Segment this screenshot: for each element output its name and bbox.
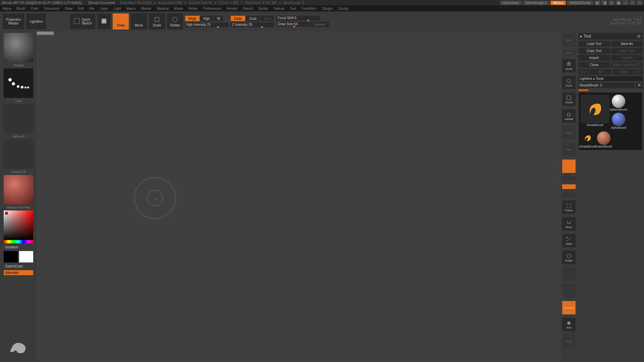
- rotate-button[interactable]: Rotate: [167, 13, 183, 29]
- drawgrid-button[interactable]: [562, 267, 576, 281]
- zadd-button[interactable]: Zadd: [231, 16, 245, 21]
- focal-shift-slider[interactable]: Focal Shift 0: [276, 16, 320, 20]
- maximize-icon[interactable]: □: [630, 0, 636, 5]
- menu-item[interactable]: Tool: [287, 7, 299, 10]
- scale-nav-button[interactable]: Scale: [562, 234, 576, 247]
- menu-item[interactable]: File: [87, 7, 97, 10]
- loadtool-button[interactable]: Load Tool: [578, 41, 610, 47]
- menu-item[interactable]: Color: [28, 7, 42, 10]
- move-nav-button[interactable]: Move: [562, 217, 576, 231]
- menu-item[interactable]: Transform: [299, 7, 319, 10]
- menu-item[interactable]: Marker: [138, 7, 154, 10]
- gradient-button[interactable]: Gradient: [4, 245, 33, 250]
- simplebrush-label[interactable]: SimpleBrush. 2: [578, 82, 635, 88]
- menus-button[interactable]: Menus: [550, 1, 566, 5]
- menu-item[interactable]: Brush: [14, 7, 28, 10]
- persp-button[interactable]: Persp: [562, 126, 576, 139]
- color-picker[interactable]: [4, 210, 33, 240]
- dynamic-button[interactable]: Dynamic: [311, 22, 329, 27]
- menu-item[interactable]: Stroke: [256, 7, 271, 10]
- hue-bar[interactable]: [4, 240, 33, 243]
- defaultzscript-button[interactable]: DefaultZScript: [567, 1, 593, 5]
- pin-icon[interactable]: ⊙: [637, 34, 641, 39]
- texture-thumb[interactable]: [4, 139, 33, 169]
- tool-header[interactable]: ▸ Tool ⊙: [578, 33, 643, 40]
- solo-button[interactable]: Solo: [562, 318, 576, 331]
- seethrough-button[interactable]: See-through 0: [523, 1, 549, 5]
- tool-simplebrush2[interactable]: SimpleBrush: [581, 131, 595, 148]
- switchcolor-button[interactable]: SwitchColor: [4, 264, 33, 269]
- lock-button[interactable]: [562, 176, 576, 181]
- menu-item[interactable]: Macro: [124, 7, 139, 10]
- alternate-button[interactable]: Alternate: [4, 270, 33, 275]
- z-intensity-slider[interactable]: Z Intensity 25: [231, 22, 274, 27]
- menu-item[interactable]: Zscript: [335, 7, 351, 10]
- scroll-button[interactable]: Scroll: [562, 59, 576, 72]
- menu-item[interactable]: Picker: [186, 7, 201, 10]
- menu-item[interactable]: Texture: [271, 7, 287, 10]
- close-icon[interactable]: ✕: [637, 0, 643, 5]
- spix-button[interactable]: SPix: [562, 50, 576, 56]
- draw-size-slider[interactable]: Draw Size 64: [276, 22, 310, 26]
- lightbox-button[interactable]: LightBox: [26, 14, 46, 29]
- alpha-thumb[interactable]: [4, 104, 33, 133]
- r-button[interactable]: R: [636, 69, 643, 75]
- tool-eraserbrush[interactable]: EraserBrush: [597, 131, 611, 148]
- window-icon[interactable]: ▣: [615, 0, 622, 5]
- copytool-button[interactable]: Copy Tool: [578, 48, 610, 54]
- floor-button[interactable]: Floor: [562, 143, 576, 156]
- move-button[interactable]: Move: [131, 13, 147, 29]
- rgb-button[interactable]: Rgb: [200, 16, 213, 21]
- polyf-button[interactable]: PolyF: [562, 335, 576, 348]
- pastetool-button[interactable]: Paste Tool: [611, 48, 643, 54]
- axis-button[interactable]: [562, 184, 576, 189]
- export-button[interactable]: Export: [611, 55, 643, 61]
- tool-simplebrush[interactable]: SimpleBrush: [581, 95, 609, 129]
- material-thumb[interactable]: [4, 175, 33, 204]
- dynamic-nav-button[interactable]: Dynamic: [562, 301, 576, 314]
- projection-master-button[interactable]: Projection Master: [3, 14, 24, 29]
- menu-item[interactable]: Alpha: [0, 7, 14, 10]
- texture-label[interactable]: Texture Off: [11, 170, 26, 174]
- alpha-label[interactable]: Alpha Off: [12, 135, 24, 138]
- menu-item[interactable]: Preferences: [201, 7, 224, 10]
- local-button[interactable]: [562, 160, 576, 173]
- white-swatch[interactable]: [19, 251, 33, 262]
- zsub-button[interactable]: Zsub: [246, 16, 260, 21]
- r-toggle[interactable]: R: [636, 82, 643, 88]
- makepoly-button[interactable]: Make PolyMesh3D: [611, 62, 643, 68]
- menu-item[interactable]: Movie: [171, 7, 186, 10]
- lightbox-tools-label[interactable]: Lightbox ▸ Tools: [578, 76, 643, 81]
- menu-item[interactable]: Stencil: [240, 7, 256, 10]
- menu-item[interactable]: Draw: [62, 7, 75, 10]
- goz-button[interactable]: GoZ: [578, 69, 588, 75]
- quicksketch-button[interactable]: Quick Sketch: [70, 14, 95, 29]
- zcut-button[interactable]: Zcut: [261, 16, 274, 21]
- xpose-button[interactable]: [562, 284, 576, 298]
- menu-item[interactable]: Document: [42, 7, 62, 10]
- tool-alphabrush[interactable]: AlphaBrush: [611, 113, 626, 129]
- menu-item[interactable]: Zplugin: [319, 7, 336, 10]
- bpr-button[interactable]: BPR: [562, 34, 576, 47]
- zoom-button[interactable]: Zoom: [562, 76, 576, 89]
- draw-button[interactable]: Draw: [113, 13, 129, 29]
- brush-thumb[interactable]: [4, 33, 33, 62]
- tool-spherebrush[interactable]: SphereBrush: [611, 95, 626, 111]
- aahalf-button[interactable]: AAHalf: [562, 109, 576, 123]
- clone-button[interactable]: Clone: [578, 62, 610, 68]
- edit-button[interactable]: [97, 14, 111, 29]
- menu-item[interactable]: Render: [224, 7, 240, 10]
- rgb-intensity-slider[interactable]: Rgb Intensity 25: [185, 22, 229, 27]
- rotate-nav-button[interactable]: Rotate: [562, 251, 576, 264]
- minimize-icon[interactable]: —: [623, 0, 629, 5]
- material-label[interactable]: MatCap Red Wax: [7, 206, 31, 209]
- quicksave-button[interactable]: QuickSave: [500, 1, 522, 5]
- axis2-button[interactable]: [562, 192, 576, 197]
- window-icon[interactable]: ◧: [594, 0, 600, 5]
- actual-button[interactable]: Actual: [562, 93, 576, 106]
- canvas[interactable]: ·+·: [37, 32, 561, 362]
- scale-button[interactable]: Scale: [149, 13, 165, 29]
- saveas-button[interactable]: Save As: [611, 41, 643, 47]
- import-button[interactable]: Import: [578, 55, 610, 61]
- shaded-label[interactable]: Shaded: [13, 64, 23, 67]
